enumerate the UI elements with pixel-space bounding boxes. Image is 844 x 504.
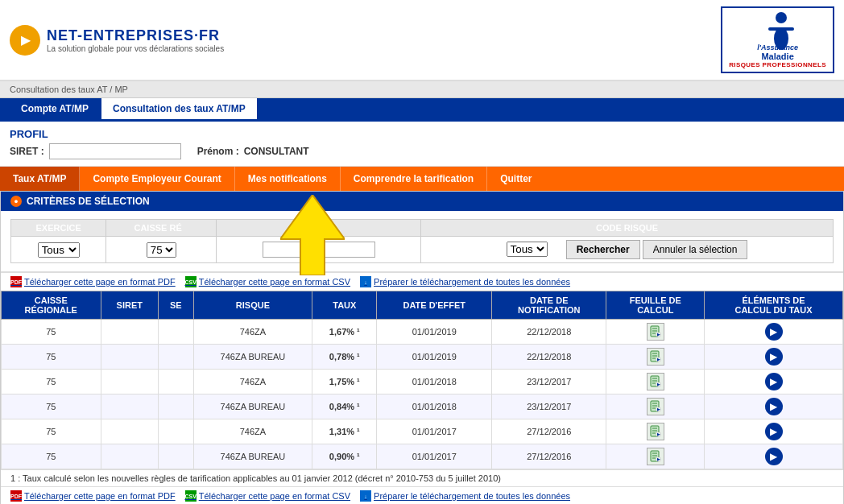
logo-play-icon — [10, 25, 40, 56]
pdf-icon-bottom: PDF — [10, 490, 22, 502]
criteria-th-caisse: CAISSE RÉG — [106, 220, 217, 237]
criteria-code-cell: Tous Rechercher Annuler la sélection — [421, 237, 834, 263]
cell-feuille[interactable]: ▶ — [606, 419, 705, 444]
logo-text: NET-ENTREPRISES·FR La solution globale p… — [47, 27, 224, 53]
feuille-icon[interactable]: ▶ — [647, 373, 664, 390]
criteria-th-code: CODE RISQUE — [421, 220, 834, 237]
page-wrapper: NET-ENTREPRISES·FR La solution globale p… — [0, 0, 844, 504]
play-btn-icon[interactable]: ▶ — [765, 348, 783, 366]
criteria-exercice-cell: Tous 2019 2018 2017 — [11, 237, 106, 263]
table-row: 75 746ZA 1,67% ¹ 01/01/2019 22/12/2018 ▶… — [2, 320, 843, 345]
orange-btn-compte[interactable]: Compte Employeur Courant — [80, 167, 234, 191]
assurance-text2: Maladie — [761, 52, 793, 61]
rechercher-button[interactable]: Rechercher — [566, 240, 640, 259]
orange-btn-taux[interactable]: Taux AT/MP — [0, 167, 80, 191]
siret-field: SIRET : — [10, 143, 181, 159]
cell-elements[interactable]: ▶ — [705, 370, 843, 395]
cell-date-notif: 22/12/2018 — [492, 320, 606, 345]
all-download-link-bottom[interactable]: ↓ Préparer le téléchargement de toutes l… — [360, 490, 570, 502]
breadcrumb: Consultation des taux AT / MP — [0, 81, 844, 98]
cell-caisse: 75 — [2, 320, 101, 345]
play-btn-icon[interactable]: ▶ — [765, 423, 783, 440]
cell-feuille[interactable]: ▶ — [606, 370, 705, 395]
cell-taux: 0,84% ¹ — [312, 395, 377, 419]
annuler-button[interactable]: Annuler la sélection — [643, 240, 748, 259]
cell-se — [159, 345, 194, 370]
feuille-icon[interactable]: ▶ — [647, 348, 664, 366]
cell-date-effet: 01/01/2018 — [377, 370, 492, 395]
feuille-icon[interactable]: ▶ — [647, 423, 664, 440]
th-date-effet: DATE D'EFFET — [377, 291, 492, 320]
code-risque-select[interactable]: Tous — [507, 242, 548, 257]
footnote: 1 : Taux calculé selon les nouvelles règ… — [1, 469, 843, 486]
cell-elements[interactable]: ▶ — [705, 444, 843, 469]
th-se: SE — [159, 291, 194, 320]
table-container: CAISSERÉGIONALE SIRET SE RISQUE TAUX DAT… — [1, 291, 843, 469]
download-bar-bottom: PDF Télécharger cette page en format PDF… — [1, 486, 843, 504]
tab-compte-atmp[interactable]: Compte AT/MP — [10, 98, 100, 122]
tab-consultation-taux[interactable]: Consultation des taux AT/MP — [101, 98, 257, 122]
cell-feuille[interactable]: ▶ — [606, 345, 705, 370]
prenom-label: Prénom : — [197, 146, 239, 157]
cell-caisse: 75 — [2, 444, 101, 469]
criteria-table: EXERCICE CAISSE RÉG SIRET CODE RISQUE To… — [10, 219, 834, 263]
th-risque: RISQUE — [193, 291, 312, 320]
cell-risque: 746ZA — [193, 419, 312, 444]
profile-fields: SIRET : Prénom : CONSULTANT — [10, 143, 834, 159]
siret-input[interactable] — [49, 143, 181, 159]
profile-section: PROFIL SIRET : Prénom : CONSULTANT — [0, 122, 844, 167]
cell-feuille[interactable]: ▶ — [606, 320, 705, 345]
orange-btn-comprendre[interactable]: Comprendre la tarification — [341, 167, 487, 191]
th-caisse-regionale: CAISSERÉGIONALE — [2, 291, 101, 320]
cell-date-effet: 01/01/2019 — [377, 320, 492, 345]
svg-point-0 — [776, 12, 787, 23]
all-download-link-top[interactable]: ↓ Préparer le téléchargement de toutes l… — [360, 276, 570, 287]
play-btn-icon[interactable]: ▶ — [765, 323, 783, 341]
orange-btn-notif[interactable]: Mes notifications — [235, 167, 341, 191]
cell-feuille[interactable]: ▶ — [606, 444, 705, 469]
pdf-download-link-top[interactable]: PDF Télécharger cette page en format PDF — [10, 276, 176, 287]
feuille-icon[interactable]: ▶ — [647, 448, 664, 465]
csv-download-link-bottom[interactable]: CSV Télécharger cette page en format CSV — [185, 490, 350, 502]
caisse-select[interactable]: 75 69 13 — [147, 242, 176, 258]
cell-siret — [101, 395, 159, 419]
top-nav: Compte AT/MP Consultation des taux AT/MP — [0, 98, 844, 122]
svg-text:▶: ▶ — [656, 407, 660, 411]
table-row: 75 746ZA BUREAU 0,84% ¹ 01/01/2018 23/12… — [2, 395, 843, 419]
cell-elements[interactable]: ▶ — [705, 345, 843, 370]
cell-caisse: 75 — [2, 370, 101, 395]
play-btn-icon[interactable]: ▶ — [765, 448, 783, 465]
th-siret: SIRET — [101, 291, 159, 320]
cell-elements[interactable]: ▶ — [705, 419, 843, 444]
feuille-icon[interactable]: ▶ — [647, 398, 664, 415]
cell-risque: 746ZA — [193, 370, 312, 395]
feuille-icon[interactable]: ▶ — [647, 323, 664, 341]
play-btn-icon[interactable]: ▶ — [765, 398, 783, 415]
criteria-siret-cell — [217, 237, 421, 263]
orange-nav: Taux AT/MP Compte Employeur Courant Mes … — [0, 167, 844, 191]
cell-elements[interactable]: ▶ — [705, 395, 843, 419]
cell-se — [159, 419, 194, 444]
download-bar-top: PDF Télécharger cette page en format PDF… — [1, 272, 843, 291]
dl-icon-top: ↓ — [360, 276, 371, 287]
header-with-logo: Compte AT/MP Consultation des taux AT/MP… — [0, 98, 844, 191]
cell-date-notif: 23/12/2017 — [492, 395, 606, 419]
play-btn-icon[interactable]: ▶ — [765, 373, 783, 390]
cell-siret — [101, 370, 159, 395]
cell-date-notif: 27/12/2016 — [492, 419, 606, 444]
cell-date-effet: 01/01/2018 — [377, 395, 492, 419]
svg-text:▶: ▶ — [656, 382, 660, 386]
cell-risque: 746ZA BUREAU — [193, 444, 312, 469]
svg-text:▶: ▶ — [656, 456, 660, 461]
pdf-download-link-bottom[interactable]: PDF Télécharger cette page en format PDF — [10, 490, 176, 502]
orange-btn-quitter[interactable]: Quitter — [487, 167, 544, 191]
th-date-notif: DATE DENOTIFICATION — [492, 291, 606, 320]
cell-elements[interactable]: ▶ — [705, 320, 843, 345]
logo-area: NET-ENTREPRISES·FR La solution globale p… — [10, 25, 224, 56]
main-content: ● CRITÈRES DE SÉLECTION EXERCICE CAISSE … — [0, 191, 844, 504]
data-table: CAISSERÉGIONALE SIRET SE RISQUE TAUX DAT… — [1, 291, 843, 469]
exercice-select[interactable]: Tous 2019 2018 2017 — [38, 242, 80, 258]
siret-criteria-input[interactable] — [263, 242, 375, 258]
csv-download-link-top[interactable]: CSV Télécharger cette page en format CSV — [185, 276, 350, 287]
cell-feuille[interactable]: ▶ — [606, 395, 705, 419]
